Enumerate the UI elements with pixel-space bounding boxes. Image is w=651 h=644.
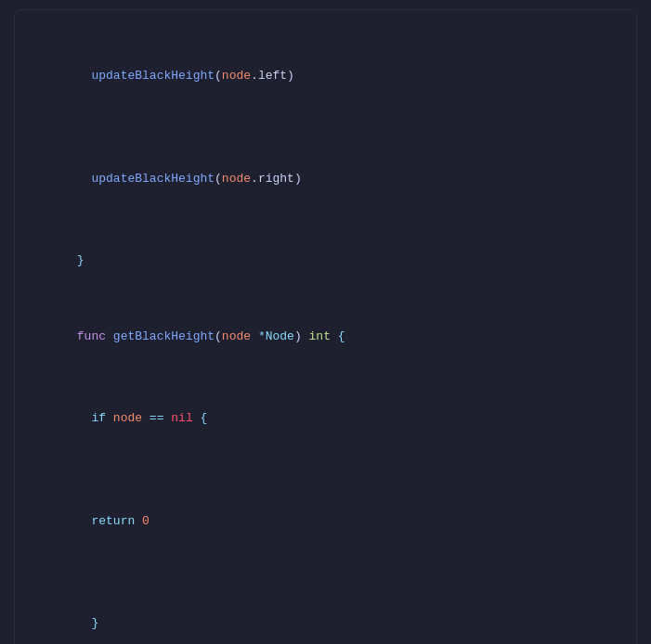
code-line: func getBlackHeight(node *Node) int { bbox=[33, 306, 618, 367]
code-line: if node == nil { bbox=[33, 367, 618, 470]
page-container: updateBlackHeight(node.left) updateBlack… bbox=[0, 0, 651, 644]
code-line: updateBlackHeight(node.right) bbox=[33, 127, 618, 229]
code-line: } bbox=[33, 230, 618, 291]
code-line: } bbox=[33, 573, 618, 644]
code-block-1: updateBlackHeight(node.left) updateBlack… bbox=[14, 9, 637, 644]
code-line: updateBlackHeight(node.left) bbox=[33, 25, 618, 127]
code-line-empty bbox=[33, 291, 618, 306]
code-line: return 0 bbox=[33, 470, 618, 573]
